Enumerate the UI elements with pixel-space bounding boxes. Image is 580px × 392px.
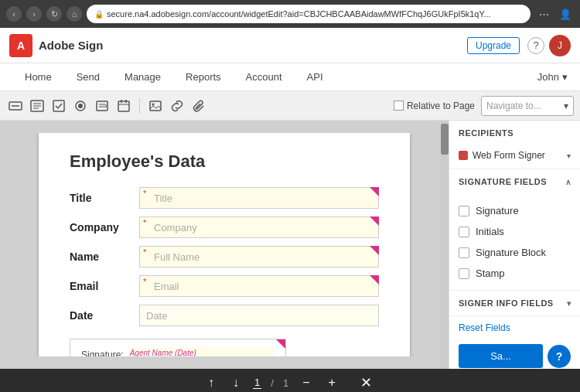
sig-field-label-block: Signature Block	[476, 247, 546, 258]
sig-field-dot-initials	[459, 227, 469, 237]
signature-fields-section: Signature Fields ∧ Signature Initials Si…	[449, 169, 580, 291]
page-up-button[interactable]: ↑	[203, 373, 219, 392]
nav-reports[interactable]: Reports	[173, 63, 234, 91]
app-header: A Adobe Sign Upgrade ? J	[0, 28, 580, 63]
sig-corner	[276, 339, 285, 349]
svg-rect-6	[53, 101, 64, 111]
sig-field-input[interactable]: Agent Name (Date)	[130, 347, 275, 356]
field-name[interactable]: * Full Name	[139, 246, 379, 268]
nav-manage[interactable]: Manage	[112, 63, 173, 91]
toolbar-icon-1[interactable]	[6, 97, 25, 115]
user-avatar[interactable]: J	[549, 35, 571, 56]
nav-bar: Home Send Manage Reports Account API Joh…	[0, 63, 580, 91]
extensions-button[interactable]: ⋯	[535, 5, 552, 22]
field-title[interactable]: * Title	[139, 187, 379, 209]
upgrade-button[interactable]: Upgrade	[467, 37, 520, 54]
address-bar[interactable]: 🔒 secure.na4.adobesign.com/account/widge…	[87, 5, 531, 23]
sig-field-label-stamp: Stamp	[476, 268, 505, 279]
sig-field-initials[interactable]: Initials	[449, 221, 580, 242]
sig-label-text: Signature:	[81, 349, 124, 356]
field-placeholder-title: Title	[154, 193, 172, 204]
recipient-chevron[interactable]: ▾	[567, 152, 571, 160]
doc-scroll: Employee's Data Title * Title Company	[12, 133, 436, 356]
sig-field-dot-stamp	[459, 268, 469, 279]
page-current: 1	[253, 377, 261, 389]
signer-info-header[interactable]: Signer Info Fields ▾	[449, 291, 580, 315]
field-corner-name	[370, 246, 379, 255]
signature-block[interactable]: Signature: Agent Name (Date) Email:	[70, 339, 286, 356]
close-button[interactable]: ✕	[356, 371, 377, 392]
toolbar-icon-9[interactable]	[189, 97, 208, 115]
field-label-company: Company	[70, 221, 139, 233]
field-email[interactable]: * Email	[139, 275, 379, 297]
reset-fields-link[interactable]: Reset Fields	[449, 316, 580, 339]
toolbar-right: Relative to Page Navigate to... ▾	[394, 96, 574, 116]
toolbar-icon-2[interactable]	[28, 97, 46, 115]
svg-rect-16	[150, 101, 161, 111]
lock-icon: 🔒	[94, 10, 104, 19]
field-placeholder-name: Full Name	[154, 251, 200, 263]
field-company[interactable]: * Company	[139, 216, 379, 238]
nav-home[interactable]: Home	[12, 63, 64, 91]
sig-field-dot-signature	[459, 206, 469, 216]
sig-field-stamp[interactable]: Stamp	[449, 263, 580, 284]
signer-info-chevron: ▾	[567, 299, 571, 308]
field-placeholder-date: Date	[146, 310, 167, 322]
sig-fields-list: Signature Initials Signature Block Stamp	[449, 194, 580, 290]
toolbar-icon-6[interactable]	[114, 97, 133, 115]
toolbar-icon-3[interactable]	[49, 97, 68, 115]
toolbar: Relative to Page Navigate to... ▾	[0, 91, 580, 121]
toolbar-icon-4[interactable]	[71, 97, 90, 115]
field-date[interactable]: Date	[139, 305, 379, 326]
page-down-button[interactable]: ↓	[228, 373, 244, 392]
field-input-date[interactable]: Date	[139, 305, 379, 326]
help-circle-button[interactable]: ?	[548, 345, 571, 368]
svg-rect-12	[118, 101, 129, 111]
page-total: 1	[283, 377, 288, 389]
field-label-date: Date	[70, 309, 139, 322]
toolbar-icon-5[interactable]	[93, 97, 111, 115]
refresh-button[interactable]: ↻	[46, 6, 62, 22]
form-row-title: Title * Title	[70, 187, 379, 209]
signer-info-section: Signer Info Fields ▾	[449, 291, 580, 316]
toolbar-icon-8[interactable]	[168, 97, 186, 115]
relative-checkbox	[394, 101, 404, 111]
nav-api[interactable]: API	[295, 63, 336, 91]
navigate-dropdown[interactable]: Navigate to... ▾	[481, 96, 574, 116]
field-corner-company	[370, 216, 379, 226]
back-button[interactable]: ‹	[6, 6, 22, 22]
field-label-title: Title	[70, 192, 139, 204]
nav-send[interactable]: Send	[64, 63, 112, 91]
url-text: secure.na4.adobesign.com/account/widgetE…	[107, 9, 523, 19]
field-label-email: Email	[70, 280, 139, 292]
app-name: Adobe Sign	[39, 39, 467, 52]
svg-point-17	[152, 103, 155, 105]
nav-user[interactable]: John ▾	[537, 71, 568, 83]
field-input-email[interactable]: * Email	[139, 275, 379, 297]
field-input-company[interactable]: * Company	[139, 216, 379, 238]
recipient-color	[459, 151, 468, 160]
relative-to-page-button[interactable]: Relative to Page	[394, 101, 475, 111]
zoom-in-button[interactable]: +	[324, 373, 340, 392]
zoom-out-button[interactable]: −	[298, 373, 314, 392]
nav-user-name: John	[537, 71, 559, 83]
adobe-logo: A	[9, 34, 32, 57]
home-button[interactable]: ⌂	[67, 6, 82, 22]
sig-field-block[interactable]: Signature Block	[449, 242, 580, 263]
field-input-title[interactable]: * Title	[139, 187, 379, 209]
nav-account[interactable]: Account	[234, 63, 295, 91]
forward-button[interactable]: ›	[26, 6, 42, 22]
save-button[interactable]: Sa...	[459, 344, 543, 368]
help-button[interactable]: ?	[527, 37, 544, 54]
sig-fields-header[interactable]: Signature Fields ∧	[449, 169, 580, 194]
field-input-name[interactable]: * Full Name	[139, 246, 379, 268]
sig-name-text: Agent Name (Date)	[130, 349, 196, 356]
toolbar-icon-7[interactable]	[146, 97, 165, 115]
toolbar-separator-1	[139, 98, 140, 114]
form-row-company: Company * Company	[70, 216, 379, 238]
recipient-row[interactable]: Web Form Signer ▾	[449, 145, 580, 169]
recipients-header[interactable]: RECIPIENTS	[449, 121, 580, 145]
profile-button[interactable]: 👤	[557, 5, 574, 22]
sig-field-signature[interactable]: Signature	[449, 200, 580, 221]
recipients-section: RECIPIENTS Web Form Signer ▾	[449, 121, 580, 169]
